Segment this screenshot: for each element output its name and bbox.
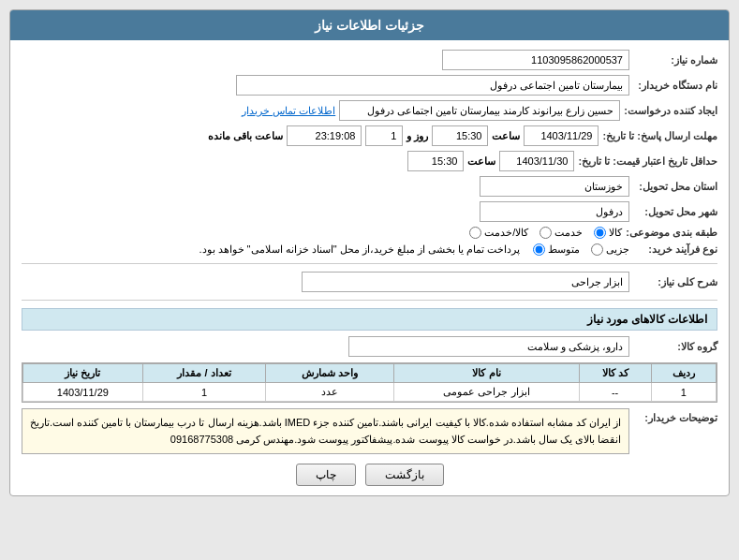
- cell-tarikh: 1403/11/29: [23, 383, 143, 402]
- content-area: شماره نیاز: نام دستگاه خریدار: ایجاد کنن…: [10, 40, 729, 495]
- tabaqe-radio-group: کالا خدمت کالا/خدمت: [469, 227, 622, 239]
- ostan-input[interactable]: [480, 176, 629, 197]
- description-label: توضیحات خریدار:: [633, 408, 717, 424]
- nam-dastgah-label: نام دستگاه خریدار:: [633, 80, 717, 92]
- tabaqe-row: طبقه بندی موضوعی: کالا خدمت کالا/خدمت: [22, 227, 717, 239]
- mohlat-baqi-input[interactable]: [287, 125, 362, 146]
- nooe-option-jozii[interactable]: جزیی: [591, 243, 629, 256]
- mohlat-rooz-label: روز و: [406, 130, 428, 142]
- mohlat-saat-label: ساعت: [492, 130, 520, 142]
- shahr-input[interactable]: [480, 201, 629, 222]
- mohlat-saat-input[interactable]: [432, 125, 488, 146]
- ijad-label: ایجاد کننده درخواست:: [624, 105, 717, 117]
- kala-table-container: ردیف کد کالا نام کالا واحد شمارش تعداد /…: [22, 362, 717, 403]
- print-button[interactable]: چاپ: [296, 464, 356, 486]
- nooe-jozii-label: جزیی: [606, 243, 629, 256]
- cell-radif: 1: [651, 383, 716, 402]
- ijad-input[interactable]: [339, 100, 620, 121]
- mohlat-label: مهلت ارسال پاسخ: تا تاریخ:: [602, 130, 717, 142]
- col-vahed: واحد شمارش: [266, 364, 394, 383]
- header-title: جزئیات اطلاعات نیاز: [315, 18, 424, 33]
- hadaqal-label: حداقل تاریخ اعتبار قیمت: تا تاریخ:: [578, 155, 717, 168]
- shomara-niaz-input[interactable]: [442, 50, 629, 70]
- nooe-row: نوع فرآیند خرید: جزیی متوسط پرداخت تمام …: [22, 243, 717, 256]
- table-row: 1 -- ابزار جراحی عمومی عدد 1 1403/11/29: [23, 383, 717, 402]
- hadaqal-row: حداقل تاریخ اعتبار قیمت: تا تاریخ: ساعت: [22, 151, 717, 171]
- divider-2: [22, 300, 717, 301]
- ijad-row: ایجاد کننده درخواست: اطلاعات تماس خریدار: [22, 100, 717, 121]
- group-input[interactable]: [348, 336, 629, 357]
- mohlat-baqi-label: ساعت باقی مانده: [208, 130, 283, 142]
- hadaqal-saat-label: ساعت: [467, 155, 495, 168]
- hadaqal-saat-input[interactable]: [407, 151, 464, 171]
- description-box: از ایران کد مشابه استفاده شده.کالا با کی…: [22, 408, 629, 454]
- group-label: گروه کالا:: [633, 341, 717, 353]
- shomara-niaz-row: شماره نیاز:: [22, 50, 717, 70]
- nooe-radio-group: جزیی متوسط: [533, 243, 629, 256]
- ostan-row: استان محل تحویل:: [22, 176, 717, 197]
- col-tarikh: تاریخ نیاز: [23, 364, 143, 383]
- buttons-row: بازگشت چاپ: [22, 464, 717, 486]
- sharh-label: شرح کلی نیاز:: [633, 276, 717, 288]
- kala-table: ردیف کد کالا نام کالا واحد شمارش تعداد /…: [22, 363, 717, 402]
- sharh-input[interactable]: [302, 272, 629, 292]
- cell-vahed: عدد: [266, 383, 394, 402]
- cell-tedad: 1: [142, 383, 266, 402]
- table-header-row: ردیف کد کالا نام کالا واحد شمارش تعداد /…: [23, 364, 717, 383]
- group-row: گروه کالا:: [22, 336, 717, 357]
- ijad-link[interactable]: اطلاعات تماس خریدار: [242, 105, 335, 117]
- mohlat-row: مهلت ارسال پاسخ: تا تاریخ: ساعت روز و سا…: [22, 125, 717, 146]
- main-container: جزئیات اطلاعات نیاز شماره نیاز: نام دستگ…: [9, 9, 730, 496]
- sharh-row: شرح کلی نیاز:: [22, 272, 717, 292]
- hadaqal-date-input[interactable]: [499, 151, 574, 171]
- nooe-label: نوع فرآیند خرید:: [633, 243, 717, 256]
- nam-dastgah-row: نام دستگاه خریدار:: [22, 75, 717, 96]
- cell-kod: --: [579, 383, 651, 402]
- tabaqe-option-kala[interactable]: کالا: [594, 227, 622, 239]
- col-radif: ردیف: [651, 364, 716, 383]
- nooe-description: پرداخت تمام یا بخشی از مبلغ خرید،از محل …: [199, 243, 520, 256]
- ostan-label: استان محل تحویل:: [633, 181, 717, 193]
- tabaqe-label: طبقه بندی موضوعی:: [626, 227, 717, 239]
- tabaqe-option-khedmat[interactable]: خدمت: [539, 227, 583, 239]
- mohlat-date-input[interactable]: [524, 125, 599, 146]
- tabaqe-kala-label: کالا: [609, 227, 622, 239]
- description-row: توضیحات خریدار: از ایران کد مشابه استفاد…: [22, 408, 717, 454]
- mohlat-rooz-input[interactable]: [365, 125, 403, 146]
- cell-nam: ابزار جراحی عمومی: [394, 383, 579, 402]
- col-nam: نام کالا: [394, 364, 579, 383]
- nooe-option-motavasset[interactable]: متوسط: [533, 243, 580, 256]
- col-kod: کد کالا: [579, 364, 651, 383]
- shomara-niaz-label: شماره نیاز:: [633, 54, 717, 66]
- col-tedad: تعداد / مقدار: [142, 364, 266, 383]
- back-button[interactable]: بازگشت: [365, 464, 444, 486]
- nam-dastgah-input[interactable]: [236, 75, 629, 96]
- shahr-row: شهر محل تحویل:: [22, 201, 717, 222]
- tabaqe-kala-khedmat-label: کالا/خدمت: [484, 227, 528, 239]
- divider-1: [22, 263, 717, 264]
- info-section-title: اطلاعات کالاهای مورد نیاز: [22, 308, 717, 331]
- shahr-label: شهر محل تحویل:: [633, 206, 717, 218]
- nooe-motavasset-label: متوسط: [548, 243, 580, 256]
- page-header: جزئیات اطلاعات نیاز: [10, 10, 729, 40]
- tabaqe-khedmat-label: خدمت: [554, 227, 583, 239]
- tabaqe-option-kala-khedmat[interactable]: کالا/خدمت: [469, 227, 528, 239]
